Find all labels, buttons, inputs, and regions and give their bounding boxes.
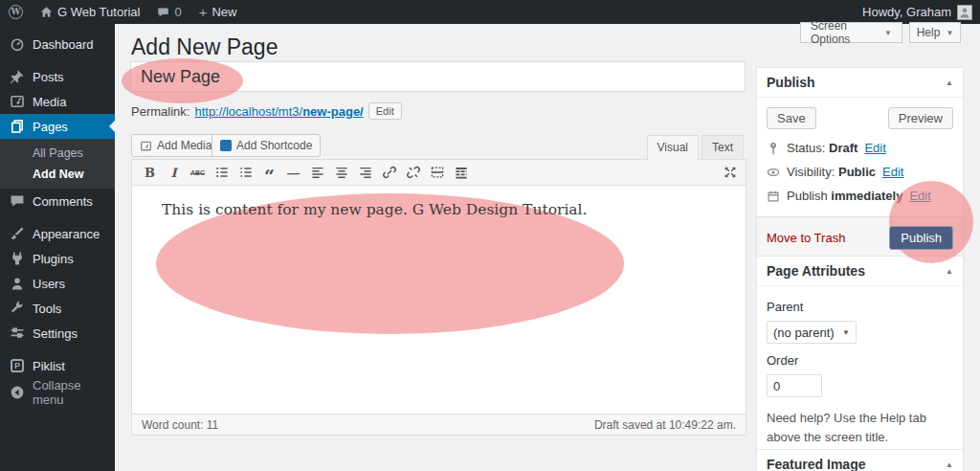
pages-icon — [10, 119, 25, 134]
sidebar-item-piklist[interactable]: P Piklist — [0, 353, 115, 378]
numbered-list-button[interactable] — [234, 162, 257, 183]
page-attributes-body: Parent (no parent) ▼ Order Need help? Us… — [757, 286, 963, 460]
page-title: Add New Page — [131, 34, 278, 60]
sidebar-item-posts[interactable]: Posts — [0, 64, 115, 89]
plus-icon: + — [199, 4, 208, 20]
permalink-slug[interactable]: new-page/ — [302, 104, 364, 119]
eye-icon — [767, 166, 780, 179]
comments-icon — [10, 193, 25, 209]
editor-toolbar: B I ABC “ — — [132, 160, 746, 186]
user-icon — [10, 276, 25, 291]
sidebar-item-media[interactable]: Media — [0, 89, 115, 114]
site-link[interactable]: G Web Tutorial — [32, 0, 148, 24]
page-attributes-header[interactable]: Page Attributes ▲ — [757, 257, 963, 286]
sidebar-item-dashboard[interactable]: Dashboard — [0, 32, 115, 56]
blockquote-button[interactable]: “ — [257, 162, 281, 183]
collapse-menu-button[interactable]: Collapse menu — [0, 380, 115, 405]
comment-bubble-icon — [157, 7, 169, 18]
edit-visibility-link[interactable]: Edit — [882, 165, 903, 179]
tab-visual[interactable]: Visual — [647, 135, 699, 161]
dropdown-arrow-icon: ▼ — [946, 29, 953, 37]
move-to-trash-link[interactable]: Move to Trash — [767, 231, 845, 245]
sidebar-label: Dashboard — [33, 37, 94, 52]
featured-image-header[interactable]: Featured Image ▲ — [757, 450, 963, 471]
new-content-menu[interactable]: + New — [190, 0, 246, 24]
permalink-label: Permalink: — [131, 104, 189, 119]
horizontal-rule-button[interactable]: — — [281, 162, 305, 183]
save-draft-button[interactable]: Save — [767, 107, 816, 129]
sidebar-label: Tools — [33, 302, 61, 316]
toolbar-toggle-button[interactable] — [449, 162, 473, 183]
schedule-value: immediately — [831, 189, 902, 203]
add-shortcode-button[interactable]: Add Shortcode — [212, 134, 321, 157]
editor-mode-tabs: Visual Text — [625, 135, 746, 161]
remove-link-button[interactable] — [401, 162, 425, 183]
align-center-button[interactable] — [329, 162, 353, 183]
schedule-row: Publish immediately Edit — [767, 189, 953, 203]
dropdown-arrow-icon: ▼ — [884, 29, 892, 37]
align-left-button[interactable] — [305, 162, 329, 183]
status-row: Status: Draft Edit — [767, 141, 953, 155]
comments-shortcut[interactable]: 0 — [148, 0, 189, 24]
user-avatar[interactable] — [957, 5, 972, 20]
sidebar-item-appearance[interactable]: Appearance — [0, 221, 115, 246]
permalink-base-url[interactable]: http://localhost/mt3/ — [194, 104, 302, 119]
media-icon — [10, 94, 25, 109]
strikethrough-button[interactable]: ABC — [186, 162, 210, 183]
submenu-item-add-new[interactable]: Add New — [0, 164, 115, 185]
tab-text[interactable]: Text — [702, 135, 744, 160]
edit-status-link[interactable]: Edit — [864, 141, 885, 155]
home-icon — [40, 6, 53, 18]
parent-select[interactable]: (no parent) ▼ — [767, 321, 857, 344]
collapse-arrow-icon — [10, 385, 25, 400]
sidebar-item-users[interactable]: Users — [0, 271, 115, 296]
howdy-account-link[interactable]: Howdy, Graham — [862, 5, 951, 19]
read-more-tag-button[interactable] — [425, 162, 449, 183]
distraction-free-button[interactable] — [718, 162, 742, 183]
preview-button[interactable]: Preview — [888, 107, 953, 129]
bold-button[interactable]: B — [138, 162, 162, 183]
sidebar-item-tools[interactable]: Tools — [0, 296, 115, 321]
publish-button[interactable]: Publish — [889, 226, 953, 250]
permalink-text: http://localhost/mt3/new-page/ — [194, 104, 363, 119]
publish-panel-footer: Move to Trash Publish — [757, 216, 963, 258]
admin-sidebar: Dashboard Posts Media Pages All Pages Ad… — [0, 24, 115, 471]
submenu-item-all-pages[interactable]: All Pages — [0, 143, 115, 164]
editor-content-area[interactable]: This is content for my new page. G Web D… — [132, 186, 746, 414]
sidebar-label: Posts — [33, 70, 64, 84]
screen-options-button[interactable]: Screen Options ▼ — [800, 22, 902, 43]
sidebar-item-pages[interactable]: Pages — [0, 114, 115, 139]
panel-toggle-icon[interactable]: ▲ — [946, 267, 953, 276]
shortcode-icon — [220, 140, 232, 151]
page-title-input[interactable] — [131, 62, 745, 91]
align-right-button[interactable] — [353, 162, 377, 183]
panel-toggle-icon[interactable]: ▲ — [946, 460, 953, 469]
wordpress-menu[interactable]: W — [0, 0, 32, 24]
add-media-button[interactable]: Add Media — [131, 134, 220, 157]
panel-toggle-icon[interactable]: ▲ — [946, 78, 953, 87]
wrench-icon — [10, 301, 25, 316]
publish-panel-header[interactable]: Publish ▲ — [757, 68, 963, 98]
insert-link-button[interactable] — [377, 162, 401, 183]
publish-panel-title: Publish — [767, 75, 815, 90]
status-value: Draft — [829, 141, 858, 155]
sidebar-label: Piklist — [33, 359, 65, 373]
order-input[interactable] — [767, 374, 822, 397]
sidebar-item-comments[interactable]: Comments — [0, 189, 115, 213]
permalink-edit-button[interactable]: Edit — [368, 102, 402, 120]
permalink-row: Permalink: http://localhost/mt3/new-page… — [131, 102, 402, 120]
help-button[interactable]: Help ▼ — [909, 22, 961, 43]
dashboard-icon — [10, 36, 25, 52]
bullet-list-button[interactable] — [210, 162, 234, 183]
page-attributes-panel: Page Attributes ▲ Parent (no parent) ▼ O… — [756, 256, 964, 461]
status-label: Status: — [787, 141, 825, 155]
site-name: G Web Tutorial — [57, 5, 140, 19]
editor-content-text: This is content for my new page. G Web D… — [132, 186, 746, 218]
word-count-value: 11 — [207, 418, 218, 432]
sidebar-item-settings[interactable]: Settings — [0, 321, 115, 346]
attributes-help-text: Need help? Use the Help tab above the sc… — [767, 409, 953, 447]
italic-button[interactable]: I — [162, 162, 186, 183]
sidebar-label: Settings — [33, 326, 78, 341]
edit-schedule-link[interactable]: Edit — [909, 189, 930, 203]
sidebar-item-plugins[interactable]: Plugins — [0, 246, 115, 271]
